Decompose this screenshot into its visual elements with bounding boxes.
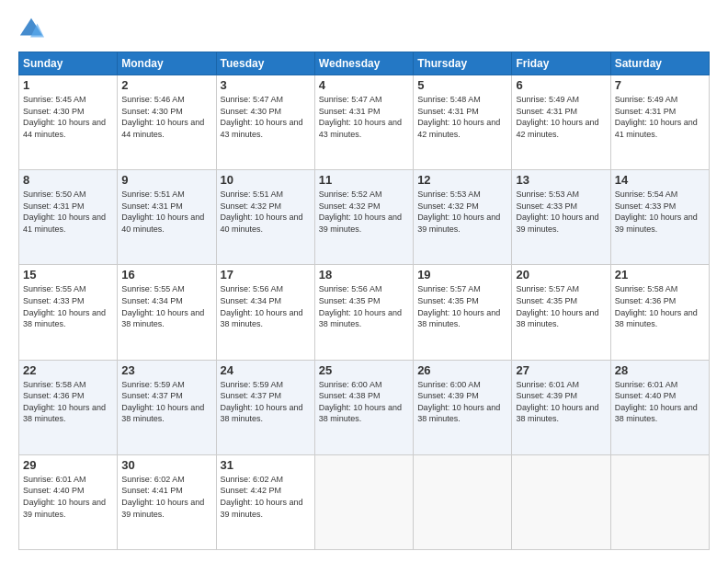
day-number: 14: [615, 173, 705, 187]
header: [18, 17, 710, 42]
day-number: 20: [516, 268, 606, 282]
calendar-cell: 5 Sunrise: 5:48 AMSunset: 4:31 PMDayligh…: [414, 75, 512, 170]
day-number: 26: [417, 363, 507, 377]
page: SundayMondayTuesdayWednesdayThursdayFrid…: [0, 0, 728, 563]
calendar-cell: 18 Sunrise: 5:56 AMSunset: 4:35 PMDaylig…: [314, 265, 413, 360]
day-info: Sunrise: 6:02 AMSunset: 4:42 PMDaylight:…: [221, 475, 303, 519]
calendar-week-row: 8 Sunrise: 5:50 AMSunset: 4:31 PMDayligh…: [19, 170, 710, 265]
day-number: 28: [615, 363, 705, 377]
calendar-cell: 30 Sunrise: 6:02 AMSunset: 4:41 PMDaylig…: [118, 454, 216, 549]
weekday-header-sunday: Sunday: [19, 52, 118, 75]
weekday-header-saturday: Saturday: [610, 52, 709, 75]
day-number: 5: [417, 78, 507, 92]
calendar-cell: 27 Sunrise: 6:01 AMSunset: 4:39 PMDaylig…: [512, 360, 610, 454]
day-info: Sunrise: 5:59 AMSunset: 4:37 PMDaylight:…: [121, 380, 204, 424]
weekday-header-thursday: Thursday: [414, 52, 512, 75]
day-info: Sunrise: 5:45 AMSunset: 4:30 PMDaylight:…: [23, 95, 106, 139]
logo: [18, 17, 48, 42]
day-info: Sunrise: 5:53 AMSunset: 4:33 PMDaylight:…: [516, 190, 598, 234]
calendar-cell: 10 Sunrise: 5:51 AMSunset: 4:32 PMDaylig…: [216, 170, 314, 265]
day-info: Sunrise: 6:00 AMSunset: 4:39 PMDaylight:…: [417, 380, 500, 424]
day-number: 22: [23, 363, 113, 377]
day-info: Sunrise: 5:48 AMSunset: 4:31 PMDaylight:…: [417, 95, 500, 139]
day-info: Sunrise: 6:01 AMSunset: 4:40 PMDaylight:…: [615, 380, 698, 424]
calendar-cell: 4 Sunrise: 5:47 AMSunset: 4:31 PMDayligh…: [314, 75, 413, 170]
calendar-cell: 11 Sunrise: 5:52 AMSunset: 4:32 PMDaylig…: [314, 170, 413, 265]
day-number: 17: [221, 268, 311, 282]
day-number: 3: [221, 78, 311, 92]
day-number: 30: [121, 458, 211, 472]
day-number: 16: [121, 268, 211, 282]
day-info: Sunrise: 6:01 AMSunset: 4:40 PMDaylight:…: [23, 475, 106, 519]
calendar-cell: 25 Sunrise: 6:00 AMSunset: 4:38 PMDaylig…: [314, 360, 413, 454]
day-info: Sunrise: 5:58 AMSunset: 4:36 PMDaylight:…: [23, 380, 106, 424]
weekday-header-tuesday: Tuesday: [216, 52, 314, 75]
calendar-cell: 3 Sunrise: 5:47 AMSunset: 4:30 PMDayligh…: [216, 75, 314, 170]
day-number: 31: [221, 458, 311, 472]
day-info: Sunrise: 5:57 AMSunset: 4:35 PMDaylight:…: [417, 284, 500, 328]
calendar-cell: 16 Sunrise: 5:55 AMSunset: 4:34 PMDaylig…: [118, 265, 216, 360]
weekday-header-row: SundayMondayTuesdayWednesdayThursdayFrid…: [19, 52, 710, 75]
day-info: Sunrise: 5:46 AMSunset: 4:30 PMDaylight:…: [121, 95, 204, 139]
day-number: 8: [23, 173, 113, 187]
calendar-cell: [610, 454, 709, 549]
day-number: 19: [417, 268, 507, 282]
day-number: 7: [615, 78, 705, 92]
logo-icon: [18, 17, 44, 42]
day-number: 21: [615, 268, 705, 282]
calendar-cell: [512, 454, 610, 549]
day-number: 13: [516, 173, 606, 187]
calendar-cell: [314, 454, 413, 549]
calendar-cell: 28 Sunrise: 6:01 AMSunset: 4:40 PMDaylig…: [610, 360, 709, 454]
day-info: Sunrise: 5:49 AMSunset: 4:31 PMDaylight:…: [516, 95, 598, 139]
calendar-cell: 29 Sunrise: 6:01 AMSunset: 4:40 PMDaylig…: [19, 454, 118, 549]
calendar-cell: 22 Sunrise: 5:58 AMSunset: 4:36 PMDaylig…: [19, 360, 118, 454]
calendar-cell: 21 Sunrise: 5:58 AMSunset: 4:36 PMDaylig…: [610, 265, 709, 360]
day-info: Sunrise: 5:59 AMSunset: 4:37 PMDaylight:…: [221, 380, 303, 424]
day-info: Sunrise: 5:56 AMSunset: 4:34 PMDaylight:…: [221, 284, 303, 328]
calendar-cell: 8 Sunrise: 5:50 AMSunset: 4:31 PMDayligh…: [19, 170, 118, 265]
day-info: Sunrise: 5:55 AMSunset: 4:33 PMDaylight:…: [23, 284, 106, 328]
day-number: 15: [23, 268, 113, 282]
day-number: 29: [23, 458, 113, 472]
day-info: Sunrise: 5:49 AMSunset: 4:31 PMDaylight:…: [615, 95, 698, 139]
weekday-header-friday: Friday: [512, 52, 610, 75]
calendar-cell: 14 Sunrise: 5:54 AMSunset: 4:33 PMDaylig…: [610, 170, 709, 265]
day-number: 12: [417, 173, 507, 187]
day-number: 1: [23, 78, 113, 92]
day-number: 2: [121, 78, 211, 92]
calendar-cell: 2 Sunrise: 5:46 AMSunset: 4:30 PMDayligh…: [118, 75, 216, 170]
calendar-cell: 23 Sunrise: 5:59 AMSunset: 4:37 PMDaylig…: [118, 360, 216, 454]
day-info: Sunrise: 5:54 AMSunset: 4:33 PMDaylight:…: [615, 190, 698, 234]
calendar-cell: 24 Sunrise: 5:59 AMSunset: 4:37 PMDaylig…: [216, 360, 314, 454]
day-number: 4: [319, 78, 409, 92]
calendar-week-row: 1 Sunrise: 5:45 AMSunset: 4:30 PMDayligh…: [19, 75, 710, 170]
calendar-cell: 9 Sunrise: 5:51 AMSunset: 4:31 PMDayligh…: [118, 170, 216, 265]
calendar-table: SundayMondayTuesdayWednesdayThursdayFrid…: [18, 52, 710, 550]
day-number: 9: [121, 173, 211, 187]
day-number: 24: [221, 363, 311, 377]
day-info: Sunrise: 5:55 AMSunset: 4:34 PMDaylight:…: [121, 284, 204, 328]
day-number: 6: [516, 78, 606, 92]
calendar-cell: 7 Sunrise: 5:49 AMSunset: 4:31 PMDayligh…: [610, 75, 709, 170]
day-number: 23: [121, 363, 211, 377]
day-info: Sunrise: 5:53 AMSunset: 4:32 PMDaylight:…: [417, 190, 500, 234]
day-number: 10: [221, 173, 311, 187]
calendar-cell: [414, 454, 512, 549]
day-info: Sunrise: 6:00 AMSunset: 4:38 PMDaylight:…: [319, 380, 402, 424]
calendar-cell: 6 Sunrise: 5:49 AMSunset: 4:31 PMDayligh…: [512, 75, 610, 170]
day-info: Sunrise: 5:50 AMSunset: 4:31 PMDaylight:…: [23, 190, 106, 234]
calendar-cell: 20 Sunrise: 5:57 AMSunset: 4:35 PMDaylig…: [512, 265, 610, 360]
calendar-cell: 19 Sunrise: 5:57 AMSunset: 4:35 PMDaylig…: [414, 265, 512, 360]
day-info: Sunrise: 5:52 AMSunset: 4:32 PMDaylight:…: [319, 190, 402, 234]
day-info: Sunrise: 5:58 AMSunset: 4:36 PMDaylight:…: [615, 284, 698, 328]
day-info: Sunrise: 5:51 AMSunset: 4:32 PMDaylight:…: [221, 190, 303, 234]
calendar-cell: 13 Sunrise: 5:53 AMSunset: 4:33 PMDaylig…: [512, 170, 610, 265]
day-info: Sunrise: 6:02 AMSunset: 4:41 PMDaylight:…: [121, 475, 204, 519]
calendar-cell: 1 Sunrise: 5:45 AMSunset: 4:30 PMDayligh…: [19, 75, 118, 170]
day-info: Sunrise: 5:47 AMSunset: 4:30 PMDaylight:…: [221, 95, 303, 139]
day-info: Sunrise: 5:57 AMSunset: 4:35 PMDaylight:…: [516, 284, 598, 328]
day-number: 25: [319, 363, 409, 377]
calendar-week-row: 22 Sunrise: 5:58 AMSunset: 4:36 PMDaylig…: [19, 360, 710, 454]
day-number: 11: [319, 173, 409, 187]
